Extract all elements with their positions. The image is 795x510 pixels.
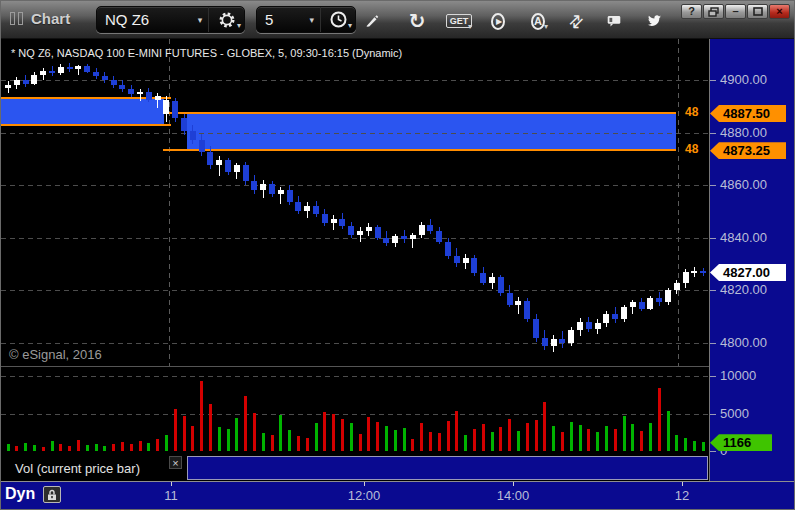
volume-bar	[403, 428, 406, 451]
volume-bar	[279, 415, 282, 451]
candle-body	[137, 92, 143, 95]
candle-body	[102, 76, 108, 80]
symbol-settings-button[interactable]: ▾	[208, 7, 244, 32]
volume-bar	[543, 402, 546, 452]
dock-button[interactable]	[703, 4, 724, 19]
reload-chart-button[interactable]: ↻	[404, 9, 430, 33]
auto-mode-button[interactable]: A ▾	[525, 9, 551, 33]
volume-bar	[359, 434, 362, 451]
esignal-watermark: © eSignal, 2016	[9, 347, 102, 362]
volume-axis-tick	[710, 451, 716, 452]
volume-bar	[491, 432, 494, 451]
symbol-combo[interactable]: NQ Z6 ▾	[97, 7, 208, 32]
volume-bar	[517, 431, 520, 451]
volume-bar	[376, 422, 379, 451]
comment-button[interactable]	[601, 9, 627, 33]
lock-button[interactable]	[43, 486, 61, 503]
price-axis-tick	[710, 238, 716, 239]
volume-bar	[112, 444, 115, 452]
volume-gridline	[1, 376, 709, 377]
window-controls: ? – ×	[680, 4, 790, 19]
volume-bar	[631, 424, 634, 451]
price-axis-label: 4880.00	[720, 125, 767, 140]
session-break-line	[678, 39, 679, 367]
close-icon: ×	[776, 6, 782, 17]
volume-bar	[33, 445, 36, 451]
dynamic-mode-button[interactable]: Dyn	[5, 485, 35, 503]
candle-body	[181, 118, 187, 131]
price-chart-pane[interactable]: * NQ Z6, NASDAQ 100 E-MINI FUTURES - GLO…	[1, 39, 709, 367]
draw-tool-button[interactable]	[359, 9, 385, 33]
price-axis[interactable]: 4900.004880.004860.004840.004820.004800.…	[709, 39, 795, 481]
candle-body	[199, 140, 205, 152]
volume-bar	[218, 427, 221, 451]
price-axis-tick	[710, 80, 716, 81]
price-axis-label: 4800.00	[720, 335, 767, 350]
candle-body	[621, 307, 627, 319]
volume-bar	[587, 429, 590, 451]
minimize-icon: –	[732, 6, 738, 17]
transfer-button[interactable]: ⇄	[563, 9, 589, 33]
time-axis-tick	[682, 482, 683, 486]
time-axis-tick	[513, 482, 514, 486]
time-template-button[interactable]: ▾	[320, 7, 355, 32]
interval-value: 5	[265, 11, 273, 28]
candle-body	[322, 214, 328, 223]
price-axis-tick	[710, 133, 716, 134]
price-axis-tick	[710, 343, 716, 344]
chevron-down-icon: ▾	[544, 22, 548, 31]
minimize-button[interactable]: –	[725, 4, 746, 19]
play-button[interactable]: ▶	[485, 9, 511, 33]
candle-body	[234, 165, 240, 172]
candle-body	[542, 338, 548, 346]
zone-fill	[1, 98, 164, 125]
candle-body	[586, 322, 592, 329]
candle-body	[463, 258, 469, 263]
candle-body	[243, 165, 249, 181]
volume-axis-tick	[710, 376, 716, 377]
price-tag: 4873.25	[710, 142, 786, 159]
volume-study-tab[interactable]: Vol (current price bar)	[1, 455, 140, 481]
volume-bar	[693, 441, 696, 451]
candle-body	[172, 101, 178, 118]
volume-bar	[86, 445, 89, 451]
twitter-share-button[interactable]	[641, 9, 667, 33]
volume-bar	[508, 419, 511, 451]
gear-icon	[218, 11, 236, 29]
candle-body	[647, 298, 653, 309]
candle-body	[401, 236, 407, 239]
candle-body	[5, 85, 11, 88]
help-button[interactable]: ?	[681, 4, 702, 19]
chevron-down-icon: ▾	[309, 15, 314, 25]
maximize-button[interactable]	[747, 4, 768, 19]
volume-bar	[447, 421, 450, 451]
interval-combo[interactable]: 5 ▾	[257, 7, 320, 32]
volume-pane[interactable]	[1, 368, 709, 455]
get-data-button[interactable]: GET ▾	[443, 9, 475, 33]
volume-bar	[235, 418, 238, 451]
price-gridline	[1, 185, 709, 186]
zone-line	[163, 149, 676, 151]
volume-axis-label: 10000	[720, 368, 756, 383]
candle-body	[427, 225, 433, 232]
candle-body	[304, 206, 310, 211]
close-button[interactable]: ×	[769, 4, 790, 19]
close-study-icon[interactable]: ×	[169, 456, 182, 469]
price-gridline	[1, 290, 709, 291]
candle-body	[251, 181, 257, 190]
volume-bar	[658, 388, 661, 451]
volume-bar	[244, 396, 247, 452]
time-axis[interactable]: Dyn 1112:0014:0012	[1, 481, 795, 509]
volume-bar	[121, 442, 124, 451]
price-axis-tick	[710, 290, 716, 291]
volume-bar	[59, 444, 62, 451]
volume-bar	[473, 429, 476, 452]
candle-body	[84, 66, 90, 72]
volume-bar	[24, 443, 27, 451]
volume-bar	[306, 438, 309, 451]
volume-bar	[675, 435, 678, 451]
candle-body	[163, 100, 169, 114]
candle-body	[612, 314, 618, 319]
chart-title: * NQ Z6, NASDAQ 100 E-MINI FUTURES - GLO…	[11, 47, 402, 59]
volume-bar	[288, 430, 291, 451]
